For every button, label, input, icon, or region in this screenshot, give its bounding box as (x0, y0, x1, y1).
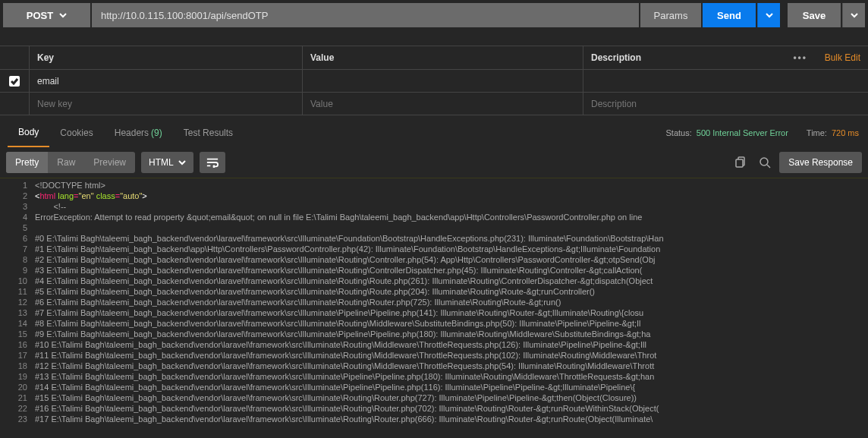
code-line: #15 E:\Talimi Bagh\taleemi_bagh_backend\… (35, 392, 868, 403)
code-line: #3 E:\Talimi Bagh\taleemi_bagh_backend\v… (35, 265, 868, 276)
bulk-actions-icon[interactable]: ••• (793, 52, 807, 63)
code-line: #14 E:\Talimi Bagh\taleemi_bagh_backend\… (35, 382, 868, 392)
view-pretty[interactable]: Pretty (6, 152, 48, 173)
view-mode-toggle: Pretty Raw Preview (6, 152, 135, 173)
search-button[interactable] (753, 152, 776, 173)
svg-point-1 (760, 158, 768, 165)
table-row[interactable]: email (0, 70, 868, 93)
svg-rect-0 (736, 159, 743, 167)
view-raw[interactable]: Raw (48, 152, 84, 173)
url-input[interactable] (92, 3, 639, 27)
header-description: Description ••• Bulk Edit (583, 46, 868, 69)
code-line: #11 E:\Talimi Bagh\taleemi_bagh_backend\… (35, 350, 868, 361)
row-desc-cell[interactable] (583, 70, 868, 92)
header-desc-label: Description (591, 52, 641, 63)
response-toolbar: Pretty Raw Preview HTML Save Response (0, 147, 868, 178)
time-label: Time: (807, 128, 827, 137)
params-table: Key Value Description ••• Bulk Edit emai… (0, 46, 868, 115)
code-line: #7 E:\Talimi Bagh\taleemi_bagh_backend\v… (35, 307, 868, 318)
code-line: #12 E:\Talimi Bagh\taleemi_bagh_backend\… (35, 361, 868, 371)
tab-body[interactable]: Body (8, 118, 49, 147)
header-key: Key (29, 46, 302, 69)
send-options-caret[interactable] (757, 3, 780, 27)
code-line: #6 E:\Talimi Bagh\taleemi_bagh_backend\v… (35, 297, 868, 307)
check-icon (11, 77, 18, 85)
wrap-lines-button[interactable] (200, 152, 225, 173)
language-label: HTML (149, 157, 174, 168)
row-key-cell[interactable]: email (29, 70, 302, 92)
code-line: <!-- (35, 201, 868, 212)
view-preview[interactable]: Preview (84, 152, 135, 173)
save-options-caret[interactable] (842, 3, 865, 27)
code-line: #5 E:\Talimi Bagh\taleemi_bagh_backend\v… (35, 286, 868, 297)
code-line: #10 E:\Talimi Bagh\taleemi_bagh_backend\… (35, 339, 868, 350)
chevron-down-icon (178, 159, 186, 166)
placeholder-value[interactable]: Value (302, 93, 583, 115)
chevron-down-icon (766, 11, 773, 19)
row-checkbox[interactable] (9, 76, 20, 87)
code-line: #16 E:\Talimi Bagh\taleemi_bagh_backend\… (35, 403, 868, 414)
response-tabs: Body Cookies Headers(9) Test Results Sta… (0, 118, 868, 147)
status-value: 500 Internal Server Error (697, 128, 788, 137)
code-line: #13 E:\Talimi Bagh\taleemi_bagh_backend\… (35, 371, 868, 382)
code-line: ErrorException: Attempt to read property… (35, 212, 868, 222)
row-value-cell[interactable] (302, 70, 583, 92)
tab-test-results[interactable]: Test Results (173, 118, 244, 147)
headers-count: (9) (151, 128, 162, 138)
tab-headers[interactable]: Headers(9) (104, 118, 173, 147)
save-response-button[interactable]: Save Response (779, 152, 862, 173)
code-line: #1 E:\Talimi Bagh\taleemi_bagh_backend\a… (35, 244, 868, 254)
placeholder-key[interactable]: New key (29, 93, 302, 115)
code-line: #9 E:\Talimi Bagh\taleemi_bagh_backend\v… (35, 329, 868, 339)
response-body-viewer[interactable]: 1<!DOCTYPE html> 2<html lang="en" class=… (0, 178, 868, 428)
send-button[interactable]: Send (703, 3, 756, 27)
toolbar-right-icons: Save Response (728, 152, 862, 173)
chevron-down-icon (851, 11, 858, 19)
params-button[interactable]: Params (640, 3, 701, 27)
http-method-label: POST (27, 10, 53, 21)
code-line: #4 E:\Talimi Bagh\taleemi_bagh_backend\v… (35, 276, 868, 286)
copy-button[interactable] (728, 152, 750, 173)
code-line: #0 E:\Talimi Bagh\taleemi_bagh_backend\v… (35, 233, 868, 244)
save-button[interactable]: Save (788, 3, 841, 27)
table-row-placeholder[interactable]: New key Value Description (0, 93, 868, 115)
code-line: #8 E:\Talimi Bagh\taleemi_bagh_backend\v… (35, 318, 868, 329)
search-icon (759, 156, 771, 169)
bulk-edit-link[interactable]: Bulk Edit (825, 52, 860, 63)
code-line: #17 E:\Talimi Bagh\taleemi_bagh_backend\… (35, 414, 868, 424)
tab-headers-label: Headers (115, 128, 149, 138)
response-status-bar: Status: 500 Internal Server Error Time: … (666, 128, 859, 137)
language-selector[interactable]: HTML (141, 152, 193, 173)
chevron-down-icon (59, 11, 67, 19)
time-value: 720 ms (832, 128, 859, 137)
status-label: Status: (666, 128, 692, 137)
params-table-header: Key Value Description ••• Bulk Edit (0, 46, 868, 70)
code-line (35, 222, 868, 233)
copy-icon (733, 156, 745, 169)
code-line: #2 E:\Talimi Bagh\taleemi_bagh_backend\v… (35, 254, 868, 265)
placeholder-desc[interactable]: Description (583, 93, 868, 115)
request-bar: POST Params Send Save (0, 0, 868, 30)
wrap-icon (206, 157, 219, 168)
header-value: Value (302, 46, 583, 69)
tab-cookies[interactable]: Cookies (49, 118, 103, 147)
code-line: <!DOCTYPE html> (35, 181, 105, 190)
http-method-selector[interactable]: POST (3, 3, 90, 27)
